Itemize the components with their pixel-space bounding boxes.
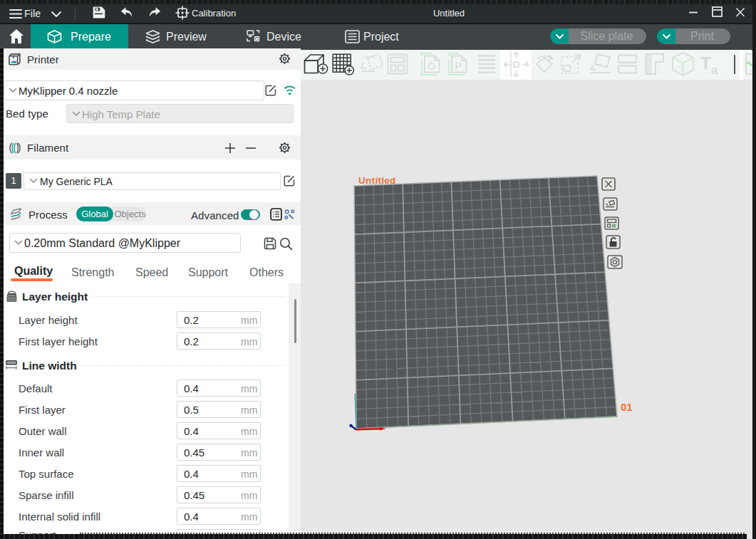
svg-text:P: P [455,61,462,72]
svg-text:a: a [711,63,718,75]
svg-text:AUTO: AUTO [365,55,377,59]
svg-text:O: O [428,61,435,72]
svg-text:T: T [700,53,711,73]
